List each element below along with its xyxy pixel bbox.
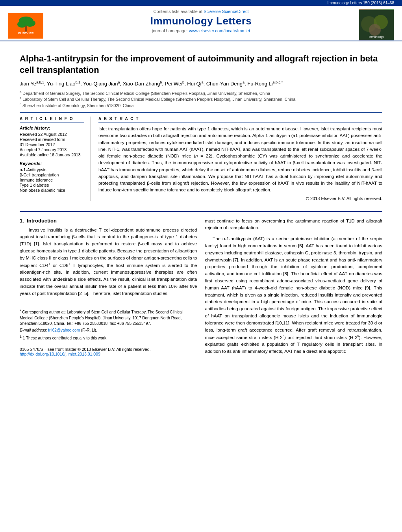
intro-number: 1. [20,218,24,224]
journal-volume-text: Immunology Letters 150 (2013) 61–68 [327,1,394,5]
footnote-email: E-mail address: frli62@yahoo.com (F.-R. … [20,328,197,333]
elsevier-logo: ELSEVIER [8,9,43,39]
svg-text:ELSEVIER: ELSEVIER [18,32,34,35]
article-content: Alpha-1-antitrypsin for the improvement … [0,41,402,367]
page-wrapper: Immunology Letters 150 (2013) 61–68 ELSE… [0,0,402,532]
journal-homepage: journal homepage: www.elsevier.com/locat… [47,28,355,33]
journal-volume-bar: Immunology Letters 150 (2013) 61–68 [0,0,402,6]
copyright-text: © 2013 Elsevier B.V. All rights reserved… [98,196,382,201]
intro-paragraph1: Invasive insulitis is a destructive T ce… [20,227,197,297]
affiliation-c: c Shenzhen Institute of Gerontology, She… [20,102,382,108]
journal-title: Immunology Letters [47,15,355,27]
body-col-right: must continue to focus on overcoming the… [205,218,383,359]
issn-line: 0165-2478/$ – see front matter © 2013 El… [20,347,197,352]
keyword-4: Type 1 diabetes [20,183,84,187]
doi-line: http://dx.doi.org/10.1016/j.imlet.2013.0… [20,352,197,356]
body-col-left: 1. Introduction Invasive insulitis is a … [20,218,197,359]
footnote-equal: 1 1 These authors contributed equally to… [20,334,197,341]
authors-line: Jian Yea,b,1, Yu-Ting Liaob,1, You-Qiang… [20,80,382,87]
svg-rect-4 [25,26,27,32]
keyword-3: Immune tolerance [20,178,84,182]
abstract-text: Islet transplantation offers hope for pa… [98,126,382,194]
intro-heading: 1. Introduction [20,218,197,224]
doi-link[interactable]: http://dx.doi.org/10.1016/j.imlet.2013.0… [20,352,100,356]
history-label: Article history: [20,126,84,130]
keywords-label: Keywords: [20,161,84,166]
body-separator [20,211,382,212]
journal-cover-image: Immunology [359,9,394,41]
bottom-info: 0165-2478/$ – see front matter © 2013 El… [20,347,197,356]
journal-header: ELSEVIER Contents lists available at Sci… [0,6,402,41]
intro-title: Introduction [27,218,57,224]
body-two-col: 1. Introduction Invasive insulitis is a … [20,218,382,359]
article-title: Alpha-1-antitrypsin for the improvement … [20,53,382,76]
article-info-label: A R T I C L E I N F O [20,117,84,122]
available-date: Available online 16 January 2013 [20,152,84,157]
intro-paragraph3: The α-1-antitrypsin (AAT) is a serine pr… [205,235,383,355]
elsevier-logo-box: ELSEVIER [8,13,43,39]
received-revised-label: Received in revised form [20,137,84,142]
svg-text:Immunology: Immunology [369,35,384,39]
sciverse-link[interactable]: SciVerse ScienceDirect [204,9,248,14]
affiliations: a Department of General Surgery, The Sec… [20,90,382,108]
intro-paragraph2: must continue to focus on overcoming the… [205,218,383,232]
received-revised-date: 31 December 2012 [20,142,84,147]
keyword-2: β-Cell transplantation [20,172,84,177]
journal-center: Contents lists available at SciVerse Sci… [47,9,355,35]
abstract-column: A B S T R A C T Islet transplantation of… [98,117,382,201]
email-link[interactable]: frli62@yahoo.com [48,328,80,332]
accepted-date: Accepted 7 January 2013 [20,147,84,152]
abstract-label: A B S T R A C T [98,117,382,122]
article-info-abstract: A R T I C L E I N F O Article history: R… [20,112,382,205]
affiliation-a: a Department of General Surgery, The Sec… [20,90,382,96]
homepage-link[interactable]: www.elsevier.com/locate/immlet [189,28,250,33]
affiliation-b: b Laboratory of Stem Cell and Cellular T… [20,96,382,102]
keyword-5: Non-obese diabetic mice [20,188,84,193]
footnote-corresponding: * Corresponding author at: Laboratory of… [20,308,197,326]
received-date: Received 22 August 2012 [20,132,84,137]
keyword-1: α-1-Antitrypsin [20,167,84,172]
article-info-column: A R T I C L E I N F O Article history: R… [20,117,91,201]
sciverse-text: Contents lists available at SciVerse Sci… [47,9,355,14]
footnotes-area: * Corresponding author at: Laboratory of… [20,305,197,341]
